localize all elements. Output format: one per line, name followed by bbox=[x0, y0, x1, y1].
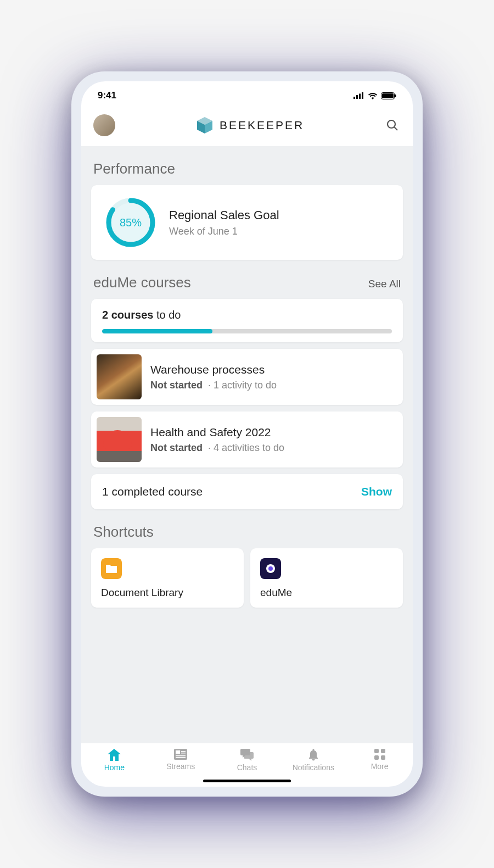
svg-point-16 bbox=[268, 566, 273, 571]
bottom-nav: Home Streams Chats Notifications More bbox=[81, 743, 413, 774]
svg-rect-21 bbox=[176, 755, 186, 756]
avatar[interactable] bbox=[93, 114, 115, 136]
svg-rect-23 bbox=[374, 749, 379, 753]
progress-percent: 85% bbox=[104, 196, 157, 249]
course-thumbnail bbox=[97, 417, 142, 462]
status-indicators bbox=[353, 92, 396, 99]
courses-header: eduMe courses See All bbox=[93, 274, 401, 291]
nav-more[interactable]: More bbox=[346, 749, 413, 772]
completed-courses-row: 1 completed course Show bbox=[91, 474, 403, 509]
shortcuts-grid: Document Library eduMe bbox=[91, 548, 403, 608]
nav-label: Home bbox=[104, 763, 125, 772]
nav-streams[interactable]: Streams bbox=[148, 749, 214, 772]
shortcuts-title: Shortcuts bbox=[93, 524, 401, 541]
battery-icon bbox=[381, 92, 396, 99]
nav-label: Chats bbox=[237, 763, 257, 772]
brand-name: BEEKEEPER bbox=[220, 119, 304, 132]
goal-title: Regional Sales Goal bbox=[169, 208, 279, 222]
course-status: Not started bbox=[150, 442, 203, 453]
nav-home[interactable]: Home bbox=[81, 749, 148, 772]
more-icon bbox=[374, 749, 385, 760]
folder-icon bbox=[101, 558, 122, 579]
svg-rect-0 bbox=[353, 97, 355, 99]
courses-title: eduMe courses bbox=[93, 274, 191, 291]
phone-screen: 9:41 BEEKEEPER Pe bbox=[81, 81, 413, 787]
svg-rect-20 bbox=[181, 753, 186, 754]
shortcut-label: Document Library bbox=[101, 587, 234, 599]
course-info: Warehouse processes Not started · 1 acti… bbox=[150, 363, 277, 391]
course-name: Health and Safety 2022 bbox=[150, 426, 284, 439]
app-header: BEEKEEPER bbox=[81, 107, 413, 146]
nav-notifications[interactable]: Notifications bbox=[280, 749, 346, 772]
nav-label: Streams bbox=[166, 762, 195, 771]
performance-card[interactable]: 85% Regional Sales Goal Week of June 1 bbox=[91, 185, 403, 260]
edume-icon bbox=[260, 558, 281, 579]
phone-frame: 9:41 BEEKEEPER Pe bbox=[71, 71, 423, 797]
course-activities: 4 activities to do bbox=[214, 442, 284, 453]
course-meta: Not started · 1 activity to do bbox=[150, 380, 277, 391]
progress-ring: 85% bbox=[104, 196, 157, 249]
performance-title: Performance bbox=[93, 160, 401, 177]
svg-rect-24 bbox=[381, 749, 385, 753]
shortcut-edume[interactable]: eduMe bbox=[250, 548, 403, 608]
svg-rect-22 bbox=[176, 757, 186, 758]
shortcut-label: eduMe bbox=[260, 587, 393, 599]
svg-line-11 bbox=[395, 127, 398, 131]
see-all-link[interactable]: See All bbox=[368, 278, 401, 290]
svg-rect-1 bbox=[356, 95, 358, 99]
courses-progress-fill bbox=[102, 329, 212, 333]
home-icon bbox=[108, 749, 121, 761]
courses-count-bold: 2 courses bbox=[102, 309, 153, 321]
course-meta: Not started · 4 activities to do bbox=[150, 442, 284, 454]
course-info: Health and Safety 2022 Not started · 4 a… bbox=[150, 426, 284, 454]
course-thumbnail bbox=[97, 354, 142, 399]
svg-rect-25 bbox=[374, 755, 379, 760]
svg-rect-3 bbox=[362, 92, 363, 99]
svg-rect-6 bbox=[395, 94, 396, 97]
chats-icon bbox=[240, 749, 254, 761]
shortcut-document-library[interactable]: Document Library bbox=[91, 548, 244, 608]
course-activities: 1 activity to do bbox=[214, 380, 277, 391]
svg-rect-19 bbox=[181, 751, 186, 752]
nav-label: Notifications bbox=[293, 763, 334, 772]
courses-count: 2 courses to do bbox=[102, 309, 392, 321]
course-name: Warehouse processes bbox=[150, 363, 277, 376]
nav-chats[interactable]: Chats bbox=[214, 749, 280, 772]
wifi-icon bbox=[368, 92, 378, 99]
search-button[interactable] bbox=[384, 117, 401, 133]
streams-icon bbox=[174, 749, 187, 760]
performance-text: Regional Sales Goal Week of June 1 bbox=[169, 208, 279, 237]
svg-rect-26 bbox=[381, 755, 385, 760]
goal-subtitle: Week of June 1 bbox=[169, 226, 279, 237]
svg-point-10 bbox=[388, 120, 395, 128]
svg-rect-5 bbox=[382, 93, 394, 98]
svg-rect-18 bbox=[176, 750, 180, 754]
status-time: 9:41 bbox=[98, 90, 116, 101]
course-status: Not started bbox=[150, 380, 203, 391]
course-item-warehouse[interactable]: Warehouse processes Not started · 1 acti… bbox=[91, 349, 403, 405]
nav-label: More bbox=[371, 762, 389, 771]
home-indicator[interactable] bbox=[203, 780, 291, 782]
content-area[interactable]: Performance 85% Regional Sales Goal Week… bbox=[81, 146, 413, 743]
logo-icon bbox=[195, 116, 214, 135]
status-bar: 9:41 bbox=[81, 81, 413, 107]
show-completed-link[interactable]: Show bbox=[361, 485, 392, 498]
courses-count-rest: to do bbox=[153, 309, 181, 321]
courses-progress-bar bbox=[102, 329, 392, 333]
brand: BEEKEEPER bbox=[115, 116, 384, 135]
cellular-icon bbox=[353, 92, 364, 99]
bell-icon bbox=[308, 749, 319, 761]
course-item-safety[interactable]: Health and Safety 2022 Not started · 4 a… bbox=[91, 411, 403, 468]
search-icon bbox=[386, 119, 399, 132]
svg-rect-2 bbox=[359, 94, 361, 99]
courses-summary-card: 2 courses to do bbox=[91, 299, 403, 342]
completed-text: 1 completed course bbox=[102, 485, 203, 498]
